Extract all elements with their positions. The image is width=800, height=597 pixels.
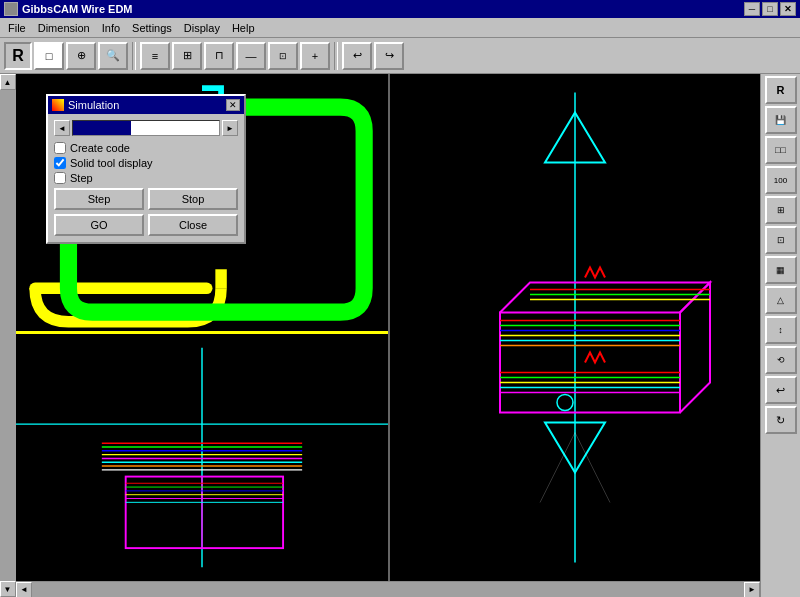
app-title: GibbsCAM Wire EDM xyxy=(22,3,133,15)
menu-bar: File Dimension Info Settings Display Hel… xyxy=(0,18,800,38)
close-dialog-button[interactable]: Close xyxy=(148,214,238,236)
rt-btn-6[interactable]: ⊡ xyxy=(765,226,797,254)
toolbar-sep-1 xyxy=(132,42,136,70)
progress-fill xyxy=(73,121,131,135)
rt-btn-12[interactable]: ↻ xyxy=(765,406,797,434)
maximize-button[interactable]: □ xyxy=(762,2,778,16)
canvas-area: Simulation ✕ ◄ ► xyxy=(16,74,760,597)
checkbox-create-code-input[interactable] xyxy=(54,142,66,154)
left-scrollbar[interactable]: ▲ ▼ xyxy=(0,74,16,597)
bottom-viewport[interactable] xyxy=(16,334,388,581)
dialog-buttons-row2: GO Close xyxy=(54,214,238,236)
app-icon xyxy=(4,2,18,16)
rt-btn-7[interactable]: ▦ xyxy=(765,256,797,284)
toolbar-btn-9[interactable]: + xyxy=(300,42,330,70)
checkbox-step-label: Step xyxy=(70,172,93,184)
dialog-title-bar: Simulation ✕ xyxy=(48,96,244,114)
close-button[interactable]: ✕ xyxy=(780,2,796,16)
toolbar-btn-1[interactable]: □ xyxy=(34,42,64,70)
top-viewport[interactable]: Simulation ✕ ◄ ► xyxy=(16,74,388,334)
rt-btn-10[interactable]: ⟲ xyxy=(765,346,797,374)
progress-row: ◄ ► xyxy=(54,120,238,136)
r-mode-button[interactable]: R xyxy=(4,42,32,70)
minimize-button[interactable]: ─ xyxy=(744,2,760,16)
menu-display[interactable]: Display xyxy=(178,20,226,36)
go-button[interactable]: GO xyxy=(54,214,144,236)
right-viewport[interactable] xyxy=(390,74,760,581)
main-layout: ▲ ▼ xyxy=(0,74,800,597)
rt-btn-5[interactable]: ⊞ xyxy=(765,196,797,224)
svg-rect-21 xyxy=(500,313,680,413)
progress-right-button[interactable]: ► xyxy=(222,120,238,136)
toolbar-list[interactable]: ≡ xyxy=(140,42,170,70)
bottom-canvas-svg xyxy=(16,334,388,581)
title-bar: GibbsCAM Wire EDM ─ □ ✕ xyxy=(0,0,800,18)
menu-help[interactable]: Help xyxy=(226,20,261,36)
menu-file[interactable]: File xyxy=(2,20,32,36)
simulation-dialog: Simulation ✕ ◄ ► xyxy=(46,94,246,244)
dialog-title: Simulation xyxy=(68,99,119,111)
rt-btn-4[interactable]: 100 xyxy=(765,166,797,194)
dialog-close-button[interactable]: ✕ xyxy=(226,99,240,111)
toolbar-btn-8[interactable]: ⊡ xyxy=(268,42,298,70)
toolbar-zoom-fit[interactable]: ⊕ xyxy=(66,42,96,70)
checkbox-create-code[interactable]: Create code xyxy=(54,142,238,154)
toolbar-btn-5[interactable]: ⊞ xyxy=(172,42,202,70)
toolbar-sep-2 xyxy=(334,42,338,70)
menu-settings[interactable]: Settings xyxy=(126,20,178,36)
toolbar-zoom-in[interactable]: 🔍 xyxy=(98,42,128,70)
rt-btn-1[interactable]: R xyxy=(765,76,797,104)
scroll-up-button[interactable]: ▲ xyxy=(0,74,16,90)
toolbar-redo[interactable]: ↪ xyxy=(374,42,404,70)
dialog-body: ◄ ► Create code xyxy=(48,114,244,242)
rt-btn-8[interactable]: △ xyxy=(765,286,797,314)
checkbox-create-code-label: Create code xyxy=(70,142,130,154)
horizontal-scrollbar[interactable]: ◄ ► xyxy=(16,581,760,597)
menu-info[interactable]: Info xyxy=(96,20,126,36)
toolbar-btn-7[interactable]: — xyxy=(236,42,266,70)
checkbox-solid-tool-input[interactable] xyxy=(54,157,66,169)
menu-dimension[interactable]: Dimension xyxy=(32,20,96,36)
scroll-right-button[interactable]: ► xyxy=(744,582,760,598)
checkbox-step-input[interactable] xyxy=(54,172,66,184)
svg-point-36 xyxy=(557,395,573,411)
right-toolbar: R 💾 □□ 100 ⊞ ⊡ ▦ △ ↕ ⟲ ↩ ↻ xyxy=(760,74,800,597)
step-button[interactable]: Step xyxy=(54,188,144,210)
progress-bar xyxy=(72,120,220,136)
stop-button[interactable]: Stop xyxy=(148,188,238,210)
checkbox-solid-tool[interactable]: Solid tool display xyxy=(54,157,238,169)
rt-btn-3[interactable]: □□ xyxy=(765,136,797,164)
rt-btn-save[interactable]: 💾 xyxy=(765,106,797,134)
scroll-down-button[interactable]: ▼ xyxy=(0,581,16,597)
scroll-left-button[interactable]: ◄ xyxy=(16,582,32,598)
toolbar-btn-6[interactable]: ⊓ xyxy=(204,42,234,70)
canvas-row: Simulation ✕ ◄ ► xyxy=(16,74,760,581)
scroll-track-horizontal[interactable] xyxy=(32,582,744,598)
toolbar-undo[interactable]: ↩ xyxy=(342,42,372,70)
rt-btn-9[interactable]: ↕ xyxy=(765,316,797,344)
checkbox-solid-tool-label: Solid tool display xyxy=(70,157,153,169)
scroll-track-vertical[interactable] xyxy=(0,90,16,581)
left-viewport-area: Simulation ✕ ◄ ► xyxy=(16,74,390,581)
toolbar: R □ ⊕ 🔍 ≡ ⊞ ⊓ — ⊡ + ↩ ↪ xyxy=(0,38,800,74)
progress-left-button[interactable]: ◄ xyxy=(54,120,70,136)
dialog-buttons-row1: Step Stop xyxy=(54,188,238,210)
checkbox-step[interactable]: Step xyxy=(54,172,238,184)
dialog-title-icon xyxy=(52,99,64,111)
rt-btn-11[interactable]: ↩ xyxy=(765,376,797,404)
right-canvas-svg xyxy=(390,74,760,581)
